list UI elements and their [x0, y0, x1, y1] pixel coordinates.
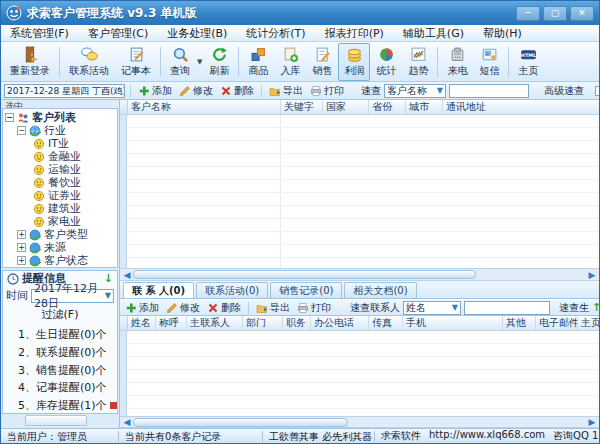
toolbar-button-contact-activity[interactable]: 联系活动: [63, 43, 115, 81]
menu-tools[interactable]: 辅助工具(G): [403, 26, 464, 41]
column-address[interactable]: 通讯地址: [443, 100, 599, 114]
contact-print-button[interactable]: 打印: [295, 301, 333, 315]
toolbar-button-homepage[interactable]: HTML 主页: [512, 43, 544, 81]
column-mobile[interactable]: 手机: [403, 316, 503, 330]
contact-search-input[interactable]: [464, 301, 550, 315]
menu-statistics[interactable]: 统计分析(T): [246, 26, 305, 41]
menu-customer[interactable]: 客户管理(C): [88, 26, 148, 41]
tab-contacts[interactable]: 联 系 人(0): [123, 282, 194, 298]
contact-edit-button[interactable]: 修改: [164, 301, 202, 315]
collapse-down-icon[interactable]: ↓: [104, 272, 113, 285]
column-office-phone[interactable]: 办公电话: [311, 316, 369, 330]
contact-delete-button[interactable]: 删除: [205, 301, 243, 315]
expand-icon[interactable]: +: [17, 256, 26, 265]
toolbar-button-incoming-call[interactable]: 来电: [441, 43, 473, 81]
scrollbar-thumb[interactable]: [133, 418, 348, 427]
tab-contact-activity[interactable]: 联系活动(0): [196, 282, 268, 298]
tree-item-it[interactable]: IT业: [5, 137, 117, 150]
tree-item-securities[interactable]: 证券业: [5, 189, 117, 202]
reminder-item-stock[interactable]: 5、库存提醒(1)个: [3, 395, 117, 413]
collapse-icon[interactable]: −: [5, 113, 14, 122]
menu-system[interactable]: 系统管理(F): [10, 26, 69, 41]
customer-table-body[interactable]: [120, 115, 599, 268]
tree-item-finance[interactable]: 金融业: [5, 150, 117, 163]
column-city[interactable]: 城市: [406, 100, 443, 114]
maximize-button[interactable]: ▢: [543, 6, 567, 21]
expand-icon[interactable]: +: [17, 243, 26, 252]
close-button[interactable]: ✕: [570, 6, 594, 21]
toolbar-button-statistics[interactable]: 统计: [370, 43, 402, 81]
birthday-quick-search-link[interactable]: 速查生: [559, 301, 589, 315]
tree-item-catering[interactable]: 餐饮业: [5, 176, 117, 189]
collapse-icon[interactable]: −: [17, 126, 26, 135]
tree-item-customer-type[interactable]: +客户类型: [5, 228, 117, 241]
customer-print-button[interactable]: 打印: [308, 84, 346, 98]
toolbar-button-trend[interactable]: 趋势: [402, 43, 434, 81]
column-salutation[interactable]: 称呼: [156, 316, 187, 330]
menu-report-print[interactable]: 报表打印(P): [325, 26, 384, 41]
scrollbar-thumb[interactable]: [133, 270, 476, 279]
reminder-item-contact[interactable]: 2、联系提醒(0)个: [3, 342, 117, 360]
column-department[interactable]: 部门: [243, 316, 283, 330]
column-country[interactable]: 国家: [323, 100, 369, 114]
column-position[interactable]: 职务: [283, 316, 311, 330]
customer-edit-button[interactable]: 修改: [177, 84, 215, 98]
tree-root-customer-list[interactable]: − 客户列表: [5, 111, 117, 124]
contact-export-button[interactable]: 导出: [254, 301, 292, 315]
collapse-up-icon[interactable]: ↑: [592, 301, 599, 314]
contact-table-body[interactable]: [120, 331, 599, 416]
reminder-item-note[interactable]: 4、记事提醒(0)个: [3, 377, 117, 395]
contact-table-hscrollbar[interactable]: ◀ ▶: [120, 416, 599, 428]
reminder-date-select[interactable]: 2017年12月28日 ▼: [31, 289, 114, 303]
toolbar-button-notebook[interactable]: 记事本: [115, 43, 157, 81]
advanced-search-link[interactable]: 高级速查: [544, 84, 584, 98]
tree-item-salesman[interactable]: +业务员: [5, 267, 117, 268]
scroll-left-icon[interactable]: ◀: [121, 417, 133, 427]
scroll-right-icon[interactable]: ▶: [586, 417, 598, 427]
customer-table-hscrollbar[interactable]: ◀ ▶: [120, 268, 599, 281]
scroll-left-icon[interactable]: ◀: [121, 270, 133, 280]
toolbar-button-goods[interactable]: 商品: [242, 43, 274, 81]
collapsed-panel-stub[interactable]: [3, 415, 117, 427]
minimize-button[interactable]: ─: [516, 6, 540, 21]
menu-business[interactable]: 业务处理(B): [167, 26, 227, 41]
date-display[interactable]: 2017-12-28 星期四 丁酉(鸡)年: [4, 84, 125, 98]
toolbar-button-stock-in[interactable]: 入库: [274, 43, 306, 81]
column-customer-name[interactable]: 客户名称: [128, 100, 281, 114]
column-province[interactable]: 省份: [369, 100, 406, 114]
tab-related-docs[interactable]: 相关文档(0): [344, 282, 416, 298]
toolbar-button-refresh[interactable]: 刷新: [203, 43, 235, 81]
tree-item-source[interactable]: +来源: [5, 241, 117, 254]
toolbar-button-relogin[interactable]: 重新登录: [4, 43, 56, 81]
toolbar-button-query[interactable]: 查询: [164, 43, 196, 81]
toolbar-button-sales[interactable]: 销售: [306, 43, 338, 81]
reminder-item-sales[interactable]: 3、销售提醒(0)个: [3, 360, 117, 378]
include-checkbox[interactable]: [595, 86, 599, 96]
toolbar-button-profit[interactable]: 利润: [338, 43, 370, 81]
column-primary-contact[interactable]: 主联系人: [187, 316, 243, 330]
contact-add-button[interactable]: 添加: [123, 301, 161, 315]
menu-help[interactable]: 帮助(H): [483, 26, 522, 41]
tree-item-transport[interactable]: 运输业: [5, 163, 117, 176]
column-homepage[interactable]: 主页: [578, 316, 600, 330]
reminder-filter-button[interactable]: 过滤(F): [3, 305, 117, 324]
tree-item-appliance[interactable]: 家电业: [5, 215, 117, 228]
column-email[interactable]: 电子邮件: [536, 316, 578, 330]
quick-search-input[interactable]: [449, 84, 529, 98]
status-website-link[interactable]: http://www.xlq668.com: [429, 429, 545, 443]
tree-item-industry[interactable]: − 行业: [5, 124, 117, 137]
customer-export-button[interactable]: 导出: [267, 84, 305, 98]
quick-search-field-select[interactable]: 客户名称 ▼: [384, 84, 446, 98]
customer-add-button[interactable]: 添加: [136, 84, 174, 98]
column-fax[interactable]: 传真: [369, 316, 403, 330]
expand-icon[interactable]: +: [17, 230, 26, 239]
toolbar-button-sms[interactable]: 短信: [473, 43, 505, 81]
customer-delete-button[interactable]: 删除: [218, 84, 256, 98]
contact-search-field-select[interactable]: 姓名 ▼: [403, 301, 461, 315]
scroll-right-icon[interactable]: ▶: [586, 270, 598, 280]
query-dropdown-arrow[interactable]: ▼: [197, 58, 202, 66]
column-name[interactable]: 姓名: [128, 316, 156, 330]
tab-sales-records[interactable]: 销售记录(0): [270, 282, 342, 298]
tree-item-customer-status[interactable]: +客户状态: [5, 254, 117, 267]
column-other[interactable]: 其他: [503, 316, 536, 330]
